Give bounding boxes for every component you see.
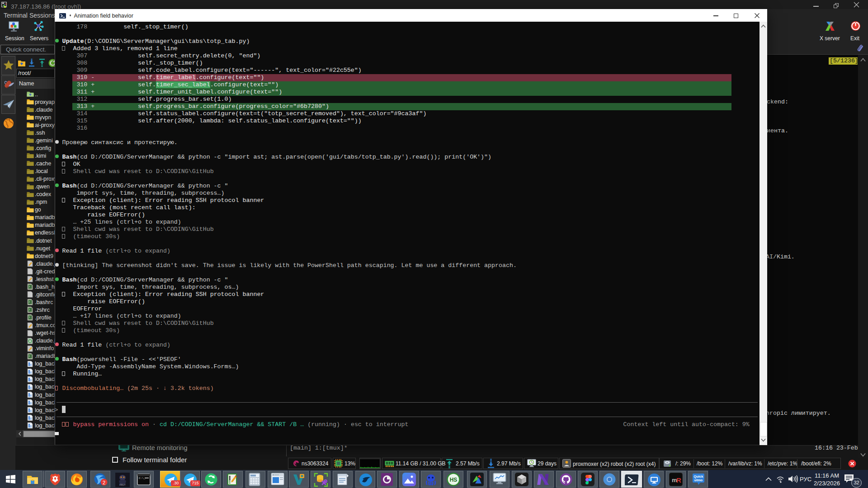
svg-text:2: 2 [103,479,105,485]
svg-text:HS: HS [450,477,458,483]
svg-text:R: R [676,476,681,484]
svg-text:C:\_: C:\_ [139,477,146,480]
svg-text:FRUY: FRUY [119,483,126,486]
svg-text:utmo: utmo [694,478,703,482]
